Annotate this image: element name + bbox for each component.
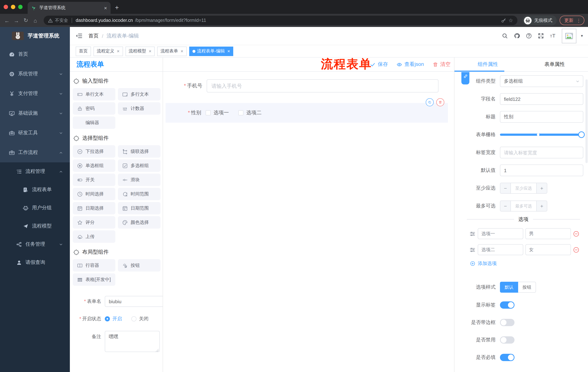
default-value-input[interactable] xyxy=(500,165,583,176)
fullscreen-icon[interactable] xyxy=(538,33,544,39)
sidebar-item-首页[interactable]: 首页 xyxy=(0,44,70,64)
form-remark-textarea[interactable]: 嘿嘿 xyxy=(105,331,160,352)
stepper-minus-button[interactable]: − xyxy=(500,183,511,193)
sidebar-item-流程模型[interactable]: 流程模型 xyxy=(0,217,70,235)
browser-tab[interactable]: 芋道管理系统 × xyxy=(28,2,111,14)
toggle-显示标签[interactable] xyxy=(500,301,514,309)
sidebar-item-流程表单[interactable]: 流程表单 xyxy=(0,181,70,199)
palette-item-日期范围[interactable]: 日期范围 xyxy=(118,202,160,214)
palette-item-开关[interactable]: 开关 xyxy=(73,174,115,186)
style-button-button[interactable]: 按钮 xyxy=(518,282,536,293)
form-name-input[interactable] xyxy=(105,296,163,307)
delete-component-button[interactable] xyxy=(436,98,444,106)
palette-item-时间选择[interactable]: 时间选择 xyxy=(73,188,115,200)
scrollbar[interactable] xyxy=(586,79,588,163)
tag-流程模型[interactable]: 流程模型× xyxy=(125,46,155,56)
sidebar-item-用户分组[interactable]: 用户分组 xyxy=(0,199,70,217)
min-select-input[interactable] xyxy=(511,183,536,193)
style-default-button[interactable]: 默认 xyxy=(500,282,518,293)
checkbox-option-选项一[interactable]: 选项一 xyxy=(206,110,229,116)
window-minimize-button[interactable] xyxy=(11,5,15,9)
palette-item-单选框组[interactable]: 单选框组 xyxy=(73,159,115,172)
tag-流程定义[interactable]: 流程定义× xyxy=(94,46,123,56)
sidebar-item-请假查询[interactable]: 请假查询 xyxy=(0,253,70,272)
sidebar-item-工作流程[interactable]: 工作流程 xyxy=(0,143,70,162)
palette-item-时间范围[interactable]: 时间范围 xyxy=(118,188,160,200)
option-value-input[interactable] xyxy=(525,244,571,255)
palette-item-级联选择[interactable]: 级联选择 xyxy=(118,145,160,158)
palette-item-表格[开发中][interactable]: 表格[开发中] xyxy=(73,273,115,286)
status-off-radio[interactable]: 关闭 xyxy=(131,316,148,322)
tab-close-icon[interactable]: × xyxy=(104,5,107,11)
sidebar-item-系统管理[interactable]: 系统管理 xyxy=(0,64,70,84)
url-bar[interactable]: 不安全 dashboard.yudao.iocoder.cn/bpm/manag… xyxy=(44,16,517,25)
sidebar-item-研发工具[interactable]: 研发工具 xyxy=(0,123,70,143)
sidebar-item-流程管理[interactable]: 流程管理 xyxy=(0,162,70,181)
tag-close-icon[interactable]: × xyxy=(227,48,230,54)
checkbox-icon[interactable] xyxy=(206,110,211,115)
sidebar-item-基础设施[interactable]: 基础设施 xyxy=(0,103,70,123)
stepper-plus-button[interactable]: + xyxy=(536,183,547,193)
status-on-radio[interactable]: 开启 xyxy=(105,316,122,322)
view-json-button[interactable]: 查看json xyxy=(397,61,424,68)
window-close-button[interactable] xyxy=(4,5,8,9)
palette-item-日期选择[interactable]: 日期选择 xyxy=(73,202,115,214)
reload-icon[interactable]: ↻ xyxy=(22,17,29,24)
help-icon[interactable] xyxy=(526,33,532,39)
search-icon[interactable] xyxy=(502,33,508,39)
sidebar-collapse-icon[interactable] xyxy=(76,32,83,39)
window-zoom-button[interactable] xyxy=(18,5,22,9)
title-input[interactable] xyxy=(500,111,583,123)
palette-item-单行文本[interactable]: 单行文本 xyxy=(73,88,115,100)
palette-item-下拉选择[interactable]: 下拉选择 xyxy=(73,145,115,158)
stepper-plus-button[interactable]: + xyxy=(536,201,547,211)
palette-item-评分[interactable]: 评分 xyxy=(73,216,115,229)
phone-field-row[interactable]: *手机号 xyxy=(175,79,439,93)
option-label-input[interactable] xyxy=(478,228,523,239)
clear-button[interactable]: 清空 xyxy=(433,61,451,68)
slider-handle[interactable] xyxy=(578,131,585,138)
copy-component-button[interactable] xyxy=(426,98,434,106)
label-width-input[interactable] xyxy=(500,147,583,158)
palette-item-滑块[interactable]: 滑块 xyxy=(118,174,160,186)
tag-流程表单[interactable]: 流程表单× xyxy=(157,46,187,56)
option-label-input[interactable] xyxy=(478,244,523,255)
back-icon[interactable]: ← xyxy=(4,17,10,23)
tag-close-icon[interactable]: × xyxy=(117,48,119,54)
home-icon[interactable]: ⌂ xyxy=(32,17,39,23)
browser-menu-icon[interactable]: ⋮ xyxy=(576,18,581,23)
component-type-select[interactable]: 多选框组 xyxy=(500,75,583,87)
font-size-icon[interactable]: TT xyxy=(550,33,556,39)
browser-update-button[interactable]: 更新 ⋮ xyxy=(560,16,584,25)
phone-input[interactable] xyxy=(207,79,439,93)
palette-item-密码[interactable]: 密码 xyxy=(73,102,115,115)
save-button[interactable]: 保存 xyxy=(370,61,388,68)
tag-流程表单-编辑[interactable]: 流程表单-编辑× xyxy=(189,46,233,56)
selected-component-gender[interactable]: *性别 选项一选项二 xyxy=(166,103,448,123)
password-key-icon[interactable] xyxy=(501,18,506,23)
palette-item-行容器[interactable]: 行容器 xyxy=(73,259,115,272)
resize-grip-icon[interactable] xyxy=(155,349,159,352)
tag-首页[interactable]: 首页 xyxy=(76,46,91,56)
checkbox-option-选项二[interactable]: 选项二 xyxy=(238,110,262,116)
forward-icon[interactable]: → xyxy=(13,17,20,23)
checkbox-icon[interactable] xyxy=(238,110,243,115)
toggle-是否禁用[interactable] xyxy=(500,336,514,344)
palette-item-上传[interactable]: 上传 xyxy=(73,230,115,243)
palette-item-编辑器[interactable]: 编辑器 xyxy=(73,117,115,129)
sidebar-item-支付管理[interactable]: 支付管理 xyxy=(0,84,70,103)
avatar[interactable] xyxy=(562,29,577,43)
toggle-是否带边框[interactable] xyxy=(500,319,514,326)
palette-item-多选框组[interactable]: 多选框组 xyxy=(118,159,160,172)
tag-close-icon[interactable]: × xyxy=(149,48,151,54)
sidebar-item-任务管理[interactable]: 任务管理 xyxy=(0,235,70,253)
add-option-button[interactable]: 添加选项 xyxy=(470,260,585,267)
tab-form-props[interactable]: 表单属性 xyxy=(521,61,588,68)
field-name-input[interactable] xyxy=(500,93,583,105)
breadcrumb-home[interactable]: 首页 xyxy=(88,32,99,39)
max-select-input[interactable] xyxy=(511,201,536,211)
stepper-minus-button[interactable]: − xyxy=(500,201,511,211)
palette-item-多行文本[interactable]: 多行文本 xyxy=(118,88,160,100)
palette-item-计数器[interactable]: 123计数器 xyxy=(118,102,160,115)
data-binding-tag[interactable] xyxy=(461,72,469,85)
